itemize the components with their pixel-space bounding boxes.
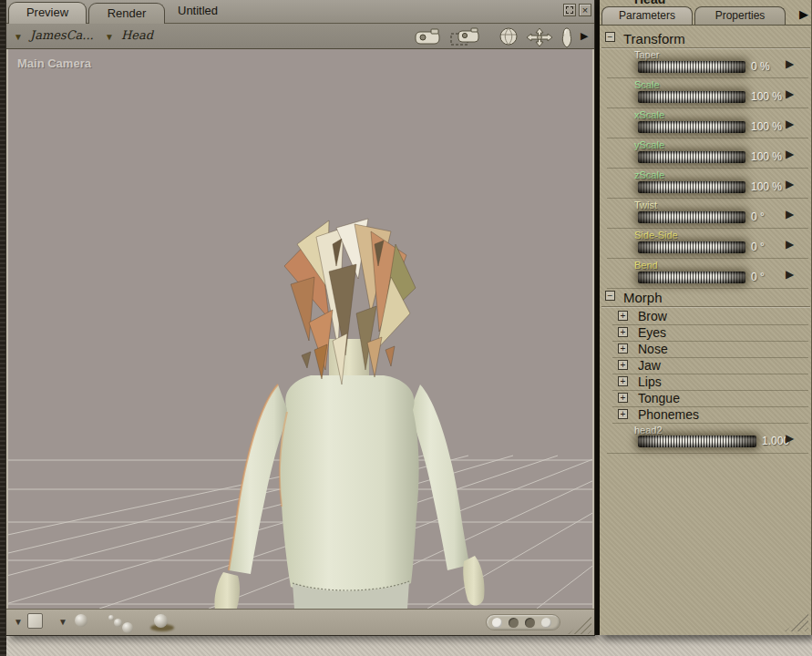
separator	[601, 306, 810, 307]
dial-label: yScale	[634, 139, 664, 150]
dial-label: head2	[634, 425, 663, 436]
transform-section-header: − Transform	[600, 30, 812, 48]
taper-dial[interactable]	[638, 61, 745, 73]
panel-menu-arrow[interactable]: ▶	[799, 7, 808, 21]
head2-dial[interactable]	[638, 436, 756, 447]
twist-dial[interactable]	[638, 211, 745, 223]
dial-label: Twist	[634, 200, 657, 210]
figure-dropdown-icon[interactable]: ▼	[14, 32, 23, 42]
dial-row-xscale: xScale 100 % ▶	[600, 108, 812, 138]
yscale-dial[interactable]	[638, 151, 745, 163]
expand-icon[interactable]: +	[618, 409, 628, 419]
section-title: Transform	[623, 31, 685, 46]
dial-options-arrow[interactable]: ▶	[786, 118, 794, 130]
collapse-icon[interactable]: −	[605, 32, 615, 42]
morph-group-label: Eyes	[638, 325, 666, 340]
tracking-dot-1[interactable]	[492, 618, 502, 628]
expand-icon[interactable]: +	[618, 360, 628, 370]
figure-body	[214, 339, 484, 609]
dial-value: 100 %	[751, 150, 782, 163]
parameters-panel: Head Parameters Properties ▶ − Transform…	[600, 0, 812, 635]
dial-row-zscale: zScale 100 % ▶	[600, 169, 812, 199]
dial-options-arrow[interactable]: ▶	[786, 178, 794, 190]
restore-button[interactable]	[563, 4, 576, 16]
expand-icon[interactable]: +	[618, 393, 628, 403]
dial-options-arrow[interactable]: ▶	[786, 57, 794, 70]
hand-icon[interactable]	[559, 26, 575, 50]
move-cross-icon[interactable]	[524, 26, 555, 48]
dial-label: xScale	[634, 109, 664, 120]
element-selector[interactable]: Head	[121, 28, 153, 42]
expand-icon[interactable]: +	[618, 343, 628, 354]
morph-group-label: Tongue	[638, 391, 680, 405]
tracking-mode-switch[interactable]	[486, 614, 560, 630]
collapse-icon[interactable]: −	[605, 291, 615, 301]
expand-icon[interactable]: +	[618, 327, 628, 337]
tab-properties[interactable]: Properties	[694, 6, 786, 25]
camera-dolly-icon[interactable]	[449, 26, 480, 46]
morph-group-label: Phonemes	[638, 407, 699, 422]
document-tabbar: Preview Render Untitled ×	[6, 0, 594, 24]
document-title: Untitled	[178, 4, 218, 17]
toolbar-more-arrow[interactable]: ▶	[581, 30, 588, 42]
dial-options-arrow[interactable]: ▶	[786, 238, 794, 251]
figure-style-icon[interactable]	[75, 614, 87, 627]
dial-row-sideside: Side-Side 0 ° ▶	[600, 229, 812, 259]
close-button[interactable]: ×	[579, 4, 591, 16]
figure-selector[interactable]: JamesCa...	[30, 28, 94, 42]
dial-value: 0 °	[751, 271, 765, 283]
trackball-icon[interactable]	[499, 26, 519, 46]
panel-resize-grip[interactable]	[785, 613, 808, 631]
figure-style-dropdown-icon[interactable]: ▼	[58, 617, 67, 627]
element-style-dot-large-icon[interactable]	[122, 622, 133, 633]
morph-group-label: Nose	[638, 342, 668, 356]
window-resize-grip[interactable]	[568, 616, 591, 634]
tab-parameters[interactable]: Parameters	[601, 6, 693, 25]
morph-group-nose: + Nose	[600, 342, 812, 358]
morph-section-header: − Morph	[600, 289, 812, 307]
expand-icon[interactable]: +	[618, 311, 628, 321]
tracking-dot-3[interactable]	[525, 618, 535, 628]
tab-render[interactable]: Render	[88, 3, 165, 24]
morph-group-label: Lips	[638, 374, 662, 389]
dial-options-arrow[interactable]: ▶	[786, 148, 794, 160]
morph-group-jaw: + Jaw	[600, 358, 812, 374]
camera-name-label: Main Camera	[17, 56, 91, 70]
separator	[607, 453, 808, 454]
bend-dial[interactable]	[638, 272, 745, 283]
dial-options-arrow[interactable]: ▶	[786, 87, 794, 100]
dial-label: Side-Side	[634, 230, 678, 241]
separator	[612, 423, 808, 424]
morph-group-label: Brow	[638, 309, 667, 323]
dial-row-head2: head2 1.000 ▶	[600, 425, 812, 454]
dial-options-arrow[interactable]: ▶	[786, 432, 794, 445]
zscale-dial[interactable]	[638, 181, 745, 193]
scale-dial[interactable]	[638, 91, 745, 103]
shadow-ball-icon[interactable]	[154, 614, 168, 628]
expand-icon[interactable]: +	[618, 376, 628, 386]
element-style-dot-small-icon[interactable]	[108, 615, 114, 620]
side-side-dial[interactable]	[638, 241, 745, 253]
morph-group-tongue: + Tongue	[600, 391, 812, 407]
dial-value: 100 %	[751, 120, 782, 133]
element-dropdown-icon[interactable]: ▼	[105, 32, 114, 42]
doc-style-dropdown-icon[interactable]: ▼	[14, 617, 23, 627]
display-style-bar: ▼ ▼	[6, 609, 594, 635]
tracking-dot-2[interactable]	[509, 618, 519, 628]
tab-preview[interactable]: Preview	[8, 2, 87, 24]
restore-icon	[566, 6, 573, 14]
morph-group-lips: + Lips	[600, 374, 812, 391]
section-title: Morph	[623, 290, 663, 305]
xscale-dial[interactable]	[638, 121, 745, 133]
dial-options-arrow[interactable]: ▶	[786, 208, 794, 220]
dial-row-bend: Bend 0 ° ▶	[600, 259, 812, 289]
camera-icon[interactable]	[413, 26, 442, 46]
viewport-3d[interactable]: Main Camera	[6, 49, 594, 609]
dial-label: zScale	[634, 169, 664, 180]
morph-group-eyes: + Eyes	[600, 325, 812, 342]
document-style-icon[interactable]	[27, 613, 43, 629]
element-style-dot-mid-icon[interactable]	[114, 619, 122, 627]
morph-group-brow: + Brow	[600, 309, 812, 325]
tracking-dot-4[interactable]	[541, 618, 551, 628]
dial-options-arrow[interactable]: ▶	[786, 268, 794, 281]
